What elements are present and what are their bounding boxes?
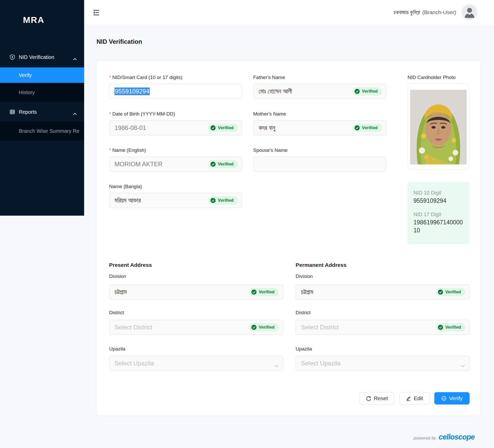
nid-input-value: 9559109294 — [114, 87, 150, 95]
chevron-down-icon — [274, 362, 279, 365]
nid-summary-box: NID 10 Digit 9559109294 NID 17 Digit 198… — [407, 182, 470, 244]
sidebar-item-label: Verify — [0, 72, 84, 78]
verified-badge: Verified — [436, 323, 465, 331]
check-circle-outline-icon — [441, 396, 446, 401]
check-circle-icon — [438, 289, 443, 295]
celloscope-logo: celloscope — [439, 433, 475, 441]
mother-name-input[interactable]: কদর বানু Verified — [253, 120, 386, 135]
chevron-up-icon — [73, 56, 77, 58]
present-district-label: District — [109, 310, 124, 315]
menu-fold-icon[interactable] — [92, 9, 100, 16]
avatar[interactable] — [461, 4, 478, 20]
reset-button[interactable]: Reset — [360, 392, 394, 405]
chevron-down-icon — [461, 362, 465, 365]
nid-cardholder-photo — [408, 83, 469, 169]
check-circle-icon — [251, 324, 257, 330]
father-field-label: Father's Name — [253, 75, 285, 80]
sidebar-item-nid-verification[interactable]: NID Verification — [0, 49, 84, 65]
sidebar: MRA NID Verification Verify History Repo… — [0, 0, 84, 216]
footer: powered by celloscope — [413, 433, 475, 441]
verified-badge: Verified — [352, 124, 382, 132]
permanent-division-input[interactable]: চট্টগ্রাম Verified — [296, 285, 470, 300]
verify-button[interactable]: Verify — [434, 392, 470, 405]
nid10-label: NID 10 Digit — [413, 190, 463, 196]
sidebar-item-verify[interactable]: Verify — [0, 67, 84, 83]
spouse-field-label: Spouse's Name — [253, 147, 288, 153]
edit-button[interactable]: Edit — [399, 392, 430, 405]
required-asterisk: * — [109, 75, 111, 80]
app-logo: MRA — [0, 15, 67, 25]
sidebar-item-reports[interactable]: Reports — [0, 102, 84, 121]
powered-by-text: powered by — [413, 436, 436, 441]
page-title: NID Verification — [96, 38, 142, 45]
verified-badge: Verified — [249, 323, 279, 331]
check-circle-icon — [438, 324, 443, 330]
portrait-photo — [410, 90, 467, 164]
present-division-input[interactable]: চট্টগ্রাম Verified — [109, 285, 283, 300]
check-circle-icon — [210, 198, 216, 203]
permanent-upazila-select[interactable]: Select Upazila — [296, 356, 470, 371]
nid-field-label: *NID/Smart Card (10 or 17 digits) — [109, 75, 182, 80]
check-circle-icon — [210, 161, 216, 167]
user-name: চকবাজার কুমিল্লা — [393, 9, 420, 15]
chevron-up-icon — [73, 111, 77, 113]
permanent-division-label: Division — [296, 274, 313, 279]
verified-badge: Verified — [208, 124, 238, 132]
nid17-value: 19861996714000010 — [413, 218, 463, 234]
present-address-title: Present Address — [109, 262, 152, 268]
nid-input[interactable]: 9559109294 — [109, 84, 242, 99]
check-circle-icon — [251, 289, 257, 295]
nid-verification-card: *NID/Smart Card (10 or 17 digits) Father… — [96, 60, 480, 416]
spouse-name-input[interactable] — [253, 157, 386, 172]
edit-pencil-icon — [406, 396, 411, 401]
present-upazila-label: Upazila — [109, 346, 125, 352]
sidebar-item-label: NID Verification — [19, 54, 54, 60]
user-role: (Branch-User) — [422, 9, 456, 15]
present-division-label: Division — [109, 274, 126, 279]
verified-badge: Verified — [352, 87, 382, 95]
verified-badge: Verified — [208, 160, 238, 168]
permanent-district-select[interactable]: Select District Verified — [296, 320, 470, 335]
present-district-select[interactable]: Select District Verified — [109, 320, 283, 335]
sidebar-item-history[interactable]: History — [0, 83, 84, 102]
permanent-upazila-label: Upazila — [296, 346, 312, 352]
permanent-district-label: District — [296, 310, 311, 315]
reload-icon — [366, 396, 371, 401]
user-menu[interactable]: চকবাজার কুমিল্লা (Branch-User) — [393, 0, 456, 24]
nid10-value: 9559109294 — [413, 197, 463, 205]
sidebar-item-label: History — [0, 90, 84, 95]
certificate-shield-icon — [10, 54, 15, 60]
permanent-address-title: Permanent Address — [296, 262, 347, 268]
check-circle-icon — [354, 89, 360, 94]
mother-field-label: Mother's Name — [253, 111, 286, 117]
verified-badge: Verified — [436, 288, 465, 296]
verified-badge: Verified — [249, 288, 279, 296]
table-icon — [10, 109, 15, 115]
name-bn-input[interactable]: মরিয়ম আক্তার Verified — [109, 193, 242, 208]
sidebar-item-label: Branch Wise Summary Re — [0, 128, 84, 134]
photo-label: NID Cardholder Photo — [408, 75, 456, 80]
top-header: চকবাজার কুমিল্লা (Branch-User) — [84, 0, 494, 24]
nid17-label: NID 17 Digit — [413, 212, 463, 217]
name-en-field-label: *Name (English) — [109, 147, 146, 153]
present-upazila-select[interactable]: Select Upazila — [109, 356, 283, 371]
father-name-input[interactable]: মোঃ হোসেন আলী Verified — [253, 84, 386, 99]
sidebar-item-branch-wise-summary-report[interactable]: Branch Wise Summary Re — [0, 121, 84, 140]
check-circle-icon — [210, 125, 216, 131]
dob-input[interactable]: 1986-08-01 Verified — [109, 120, 242, 135]
name-en-input[interactable]: MORIOM AKTER Verified — [109, 157, 242, 172]
check-circle-icon — [354, 125, 360, 131]
dob-field-label: *Date of Birth (YYYY-MM-DD) — [109, 111, 175, 117]
sidebar-item-label: Reports — [19, 109, 37, 115]
name-bn-field-label: Name (Bangla) — [109, 184, 142, 189]
verified-badge: Verified — [208, 196, 238, 205]
